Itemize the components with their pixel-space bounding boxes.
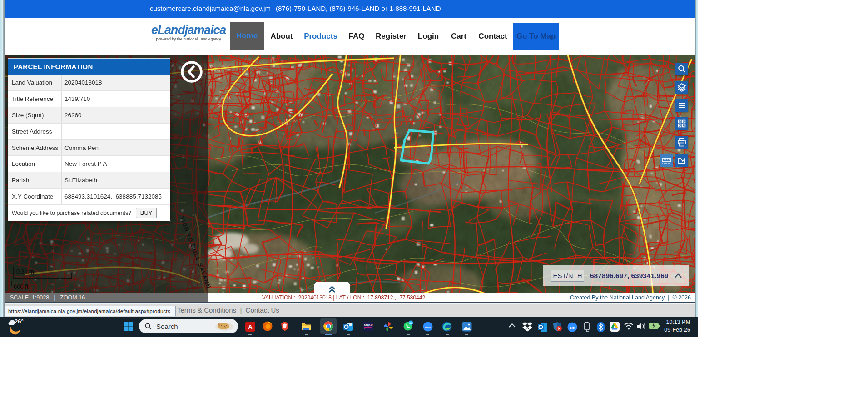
svg-text:zm: zm [570, 325, 575, 330]
svg-text:zoom: zoom [425, 326, 431, 328]
svg-text:23: 23 [409, 321, 413, 324]
svg-text:A: A [248, 323, 253, 330]
svg-text:SOED: SOED [364, 323, 372, 327]
svg-text:0.3 km: 0.3 km [16, 268, 34, 275]
svg-text:600 ft: 600 ft [14, 283, 29, 290]
